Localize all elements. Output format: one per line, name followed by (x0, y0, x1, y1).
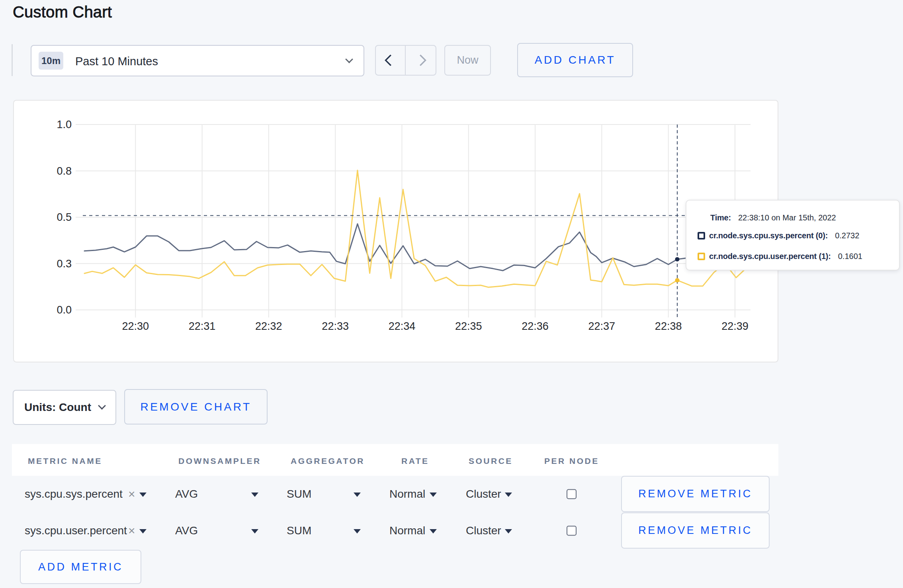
add-metric-button[interactable]: ADD METRIC (20, 550, 141, 584)
source-caret-icon[interactable] (505, 529, 512, 533)
col-header-source: SOURCE (469, 456, 513, 466)
per-node-checkbox[interactable] (567, 526, 577, 536)
metric-name-caret-icon[interactable] (139, 493, 147, 497)
chevron-down-icon (345, 55, 353, 63)
downsampler-select[interactable]: AVG (175, 524, 198, 537)
col-header-aggregator: AGGREGATOR (291, 456, 365, 466)
chevron-down-icon (98, 402, 106, 410)
toolbar-divider (12, 44, 13, 76)
units-dropdown[interactable]: Units: Count (13, 390, 116, 425)
col-header-metric-name: METRIC NAME (28, 456, 102, 466)
remove-metric-x-icon[interactable]: × (128, 487, 135, 501)
aggregator-caret-icon[interactable] (354, 529, 361, 533)
downsampler-caret-icon[interactable] (251, 529, 258, 533)
rate-caret-icon[interactable] (430, 529, 437, 533)
series-swatch-sys (698, 232, 705, 239)
downsampler-caret-icon[interactable] (251, 493, 258, 497)
source-select[interactable]: Cluster (466, 488, 501, 500)
remove-metric-x-icon[interactable]: × (128, 524, 135, 537)
now-button[interactable]: Now (444, 45, 491, 76)
units-label: Units: Count (24, 401, 91, 414)
metric-row: sys.cpu.user.percent × AVG SUM Normal Cl… (12, 512, 778, 549)
rate-select[interactable]: Normal (389, 488, 425, 500)
metric-row: sys.cpu.sys.percent × AVG SUM Normal Clu… (12, 476, 778, 512)
custom-chart-page: Custom Chart 10m Past 10 Minutes Now ADD… (0, 0, 903, 588)
rate-caret-icon[interactable] (430, 493, 437, 497)
metric-name-value[interactable]: sys.cpu.sys.percent (25, 488, 123, 500)
chart-card[interactable] (13, 100, 778, 362)
tooltip-series-label: cr.node.sys.cpu.user.percent (1): (709, 252, 831, 261)
chart-tooltip: Time: 22:38:10 on Mar 15th, 2022 cr.node… (686, 200, 900, 271)
chevron-right-icon (415, 55, 427, 66)
time-range-label: Past 10 Minutes (75, 55, 158, 68)
tooltip-time-label: Time: (710, 213, 731, 222)
tooltip-series-value: 0.1601 (838, 252, 862, 261)
aggregator-select[interactable]: SUM (287, 488, 311, 500)
remove-metric-button[interactable]: REMOVE METRIC (621, 512, 770, 549)
prev-time-button[interactable] (376, 46, 406, 75)
tooltip-series-label: cr.node.sys.cpu.sys.percent (0): (709, 231, 828, 240)
tooltip-series-value: 0.2732 (835, 231, 859, 240)
source-caret-icon[interactable] (505, 493, 512, 497)
aggregator-caret-icon[interactable] (354, 493, 361, 497)
downsampler-select[interactable]: AVG (175, 488, 198, 500)
time-nav-group (375, 45, 436, 76)
col-header-rate: RATE (401, 456, 429, 466)
per-node-checkbox[interactable] (567, 489, 577, 499)
source-select[interactable]: Cluster (466, 524, 501, 537)
col-header-downsampler: DOWNSAMPLER (178, 456, 261, 466)
aggregator-select[interactable]: SUM (287, 524, 311, 537)
metric-name-value[interactable]: sys.cpu.user.percent (25, 524, 127, 537)
series-swatch-user (698, 253, 705, 260)
add-chart-button[interactable]: ADD CHART (517, 43, 633, 77)
time-range-dropdown[interactable]: 10m Past 10 Minutes (31, 45, 364, 76)
metrics-table-header: METRIC NAME DOWNSAMPLER AGGREGATOR RATE … (12, 444, 778, 476)
rate-select[interactable]: Normal (389, 524, 425, 537)
chevron-left-icon (385, 55, 397, 66)
remove-metric-button[interactable]: REMOVE METRIC (621, 476, 770, 512)
page-title: Custom Chart (13, 3, 112, 21)
tooltip-time-value: 22:38:10 on Mar 15th, 2022 (738, 213, 836, 222)
remove-chart-button[interactable]: REMOVE CHART (124, 389, 268, 424)
col-header-per-node: PER NODE (544, 456, 599, 466)
metric-name-caret-icon[interactable] (139, 529, 147, 533)
time-range-badge: 10m (39, 52, 63, 70)
next-time-button[interactable] (406, 46, 436, 75)
